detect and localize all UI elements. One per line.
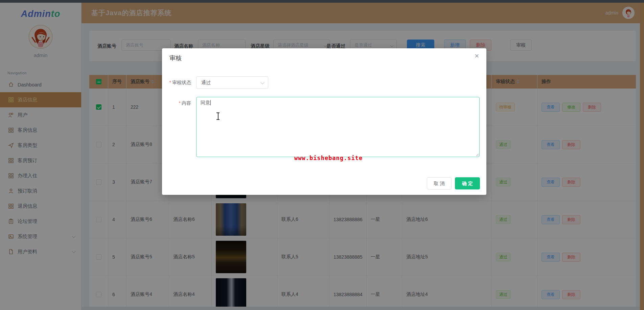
confirm-button[interactable]: 确 定 [455,177,480,189]
mouse-ibeam-cursor [216,112,220,120]
audit-status-select[interactable]: 通过 [196,76,268,89]
watermark-text: www.bishebang.site [294,155,363,161]
text-caret [210,100,211,105]
chevron-down-icon [260,80,264,84]
audit-modal: 审核 × *审核状态 通过 *内容 同意 www.bishebang.site … [162,48,486,195]
resize-handle-icon[interactable] [475,153,479,156]
page: Adminto admin Navigation Dashboard酒店信息用户… [0,0,644,310]
content-textarea[interactable]: 同意 [196,97,480,157]
required-asterisk: * [179,100,181,106]
audit-status-label: *审核状态 [151,80,191,86]
cancel-button[interactable]: 取 消 [427,177,452,189]
required-asterisk: * [169,80,171,85]
modal-title: 审核 [169,54,182,62]
content-text: 同意 [201,100,210,105]
audit-status-value: 通过 [201,80,211,85]
content-label: *内容 [151,100,191,106]
close-icon[interactable]: × [475,52,479,60]
